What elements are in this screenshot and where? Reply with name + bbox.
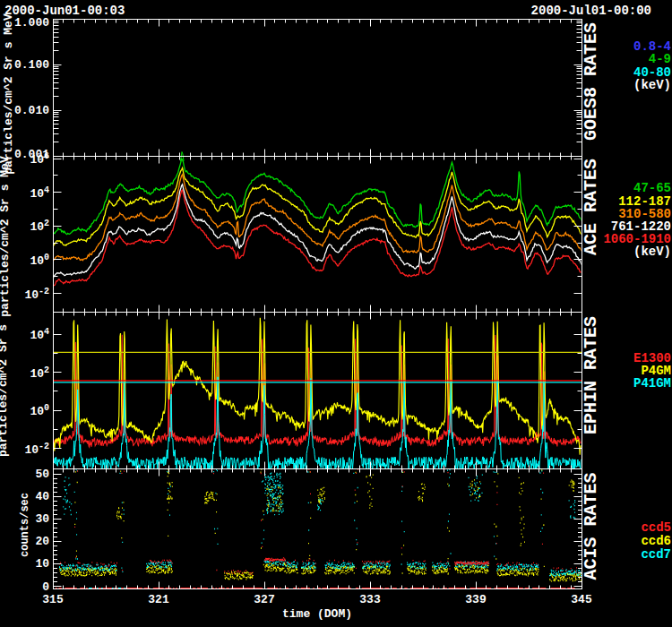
- svg-text:339: 339: [465, 593, 487, 606]
- svg-text:0.010: 0.010: [14, 104, 49, 117]
- svg-text:GOES8 RATES: GOES8 RATES: [581, 22, 601, 141]
- svg-text:(keV): (keV): [633, 78, 671, 92]
- svg-text:1.000: 1.000: [14, 16, 49, 30]
- svg-text:ACIS RATES: ACIS RATES: [581, 473, 601, 580]
- svg-text:20: 20: [35, 535, 49, 548]
- svg-text:10: 10: [35, 557, 49, 571]
- svg-text:30: 30: [35, 512, 49, 526]
- svg-text:40: 40: [35, 490, 49, 503]
- svg-text:333: 333: [359, 593, 381, 606]
- svg-text:time (DOM): time (DOM): [282, 607, 352, 621]
- svg-text:(keV): (keV): [633, 245, 671, 259]
- svg-text:counts/sec: counts/sec: [19, 493, 31, 557]
- svg-text:345: 345: [571, 593, 592, 606]
- svg-text:327: 327: [254, 593, 274, 606]
- svg-text:particles/cm^2 Sr s MeV: particles/cm^2 Sr s MeV: [0, 156, 12, 317]
- svg-text:315: 315: [42, 593, 64, 606]
- svg-text:ccd5: ccd5: [641, 520, 671, 535]
- svg-text:particles/cm^2 Sr s MeV: particles/cm^2 Sr s MeV: [2, 13, 15, 175]
- svg-text:ccd7: ccd7: [641, 547, 671, 562]
- svg-text:0: 0: [42, 580, 49, 594]
- svg-text:particles/cm^2 Sr s: particles/cm^2 Sr s: [0, 324, 10, 457]
- svg-text:ACE RATES: ACE RATES: [581, 159, 601, 255]
- svg-text:0.100: 0.100: [14, 58, 49, 72]
- svg-text:ccd6: ccd6: [641, 534, 671, 548]
- svg-text:2000-Jul01-00:00: 2000-Jul01-00:00: [531, 4, 651, 18]
- svg-text:P41GM: P41GM: [633, 376, 671, 391]
- svg-text:50: 50: [35, 468, 49, 481]
- svg-text:EPHIN RATES: EPHIN RATES: [581, 316, 601, 434]
- svg-text:321: 321: [148, 593, 169, 606]
